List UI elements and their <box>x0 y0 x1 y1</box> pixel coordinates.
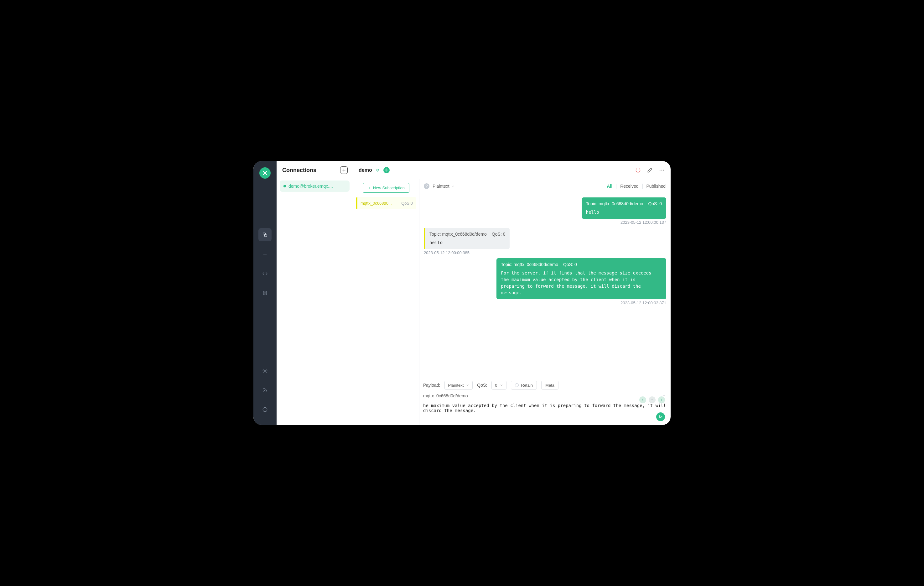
message-row: Topic: mqttx_0c668d0d/demoQoS: 0hello202… <box>424 228 666 255</box>
chevron-down-icon <box>466 384 469 387</box>
qos-label: QoS: <box>477 382 487 387</box>
tab-published[interactable]: Published <box>646 184 667 189</box>
message-payload: For the server, if it finds that the mes… <box>501 270 662 296</box>
tab-received[interactable]: Received <box>620 184 639 189</box>
message-timestamp: 2023-05-12 12:00:00:385 <box>424 250 470 255</box>
payload-format-select[interactable]: Plaintext <box>432 184 454 189</box>
message-bubble[interactable]: Topic: mqttx_0c668d0d/demoQoS: 0hello <box>582 197 666 219</box>
arrow-right-icon <box>660 398 663 402</box>
pager-controls <box>639 396 665 403</box>
message-topic: Topic: mqttx_0c668d0d/demo <box>501 262 558 268</box>
new-subscription-button[interactable]: New Subscription <box>363 183 409 193</box>
message-filter-bar: ? Plaintext All Received Published <box>419 179 671 193</box>
composer-format-select[interactable]: Plaintext <box>444 381 473 389</box>
subscriptions-panel: New Subscription mqttx_0c668d0... QoS 0 <box>353 179 419 425</box>
message-pane: ? Plaintext All Received Published Topic… <box>419 179 671 425</box>
message-list[interactable]: Topic: mqttx_0c668d0d/demoQoS: 0hello202… <box>419 193 671 378</box>
composer-qos-select[interactable]: 0 <box>492 381 506 389</box>
nav-log[interactable] <box>258 286 272 300</box>
collapse-subscriptions[interactable] <box>375 168 380 173</box>
subscription-count-badge: 3 <box>383 167 389 173</box>
svg-point-8 <box>663 169 664 171</box>
subscription-qos: QoS 0 <box>401 201 413 205</box>
connection-name: demo@broker.emqx.... <box>289 184 333 189</box>
page-indicator[interactable] <box>648 396 655 403</box>
dots-icon <box>659 167 665 173</box>
message-qos: QoS: 0 <box>492 231 505 238</box>
message-timestamp: 2023-05-12 12:00:03:871 <box>620 301 666 305</box>
send-icon <box>658 415 663 419</box>
nav-connections[interactable] <box>258 228 272 241</box>
svg-point-4 <box>263 391 264 392</box>
message-meta: Topic: mqttx_0c668d0d/demoQoS: 0 <box>501 262 662 268</box>
connection-item[interactable]: demo@broker.emqx.... <box>280 180 350 192</box>
send-button[interactable] <box>656 412 665 421</box>
double-chevron-down-icon <box>375 168 380 173</box>
svg-point-7 <box>662 169 662 171</box>
connection-topbar: demo 3 <box>353 161 671 179</box>
retain-toggle[interactable]: Retain <box>511 381 537 389</box>
svg-point-6 <box>660 169 661 171</box>
meta-button[interactable]: Meta <box>541 381 558 389</box>
message-qos: QoS: 0 <box>648 200 662 207</box>
disconnect-button[interactable] <box>635 167 641 173</box>
connections-header: Connections <box>277 161 353 179</box>
message-timestamp: 2023-05-12 12:00:00:137 <box>620 220 666 225</box>
pencil-icon <box>647 167 653 173</box>
info-icon <box>262 407 268 412</box>
nav-scripts[interactable] <box>258 267 272 280</box>
message-topic: Topic: mqttx_0c668d0d/demo <box>586 200 644 207</box>
message-payload: hello <box>586 209 662 215</box>
log-icon <box>262 290 268 296</box>
connection-title: demo <box>359 167 372 173</box>
payload-format-label: Plaintext <box>432 184 449 189</box>
message-meta: Topic: mqttx_0c668d0d/demoQoS: 0 <box>586 200 662 207</box>
subscription-topic: mqttx_0c668d0... <box>361 201 392 205</box>
nav-updates[interactable] <box>258 384 272 397</box>
message-qos: QoS: 0 <box>563 262 577 268</box>
new-subscription-label: New Subscription <box>373 185 405 190</box>
feed-icon <box>262 387 268 393</box>
svg-point-3 <box>264 370 266 372</box>
main-panel: demo 3 <box>353 161 671 425</box>
gear-icon <box>262 368 268 374</box>
message-row: Topic: mqttx_0c668d0d/demoQoS: 0hello202… <box>424 197 666 225</box>
add-connection-button[interactable] <box>340 166 348 174</box>
status-dot-icon <box>284 185 286 187</box>
app-window: Connections demo@broker.emqx.... demo <box>253 161 671 425</box>
message-bubble[interactable]: Topic: mqttx_0c668d0d/demoQoS: 0hello <box>424 228 510 249</box>
subscription-item[interactable]: mqttx_0c668d0... QoS 0 <box>356 197 416 209</box>
connections-title: Connections <box>282 167 316 174</box>
radio-icon <box>515 383 519 387</box>
message-meta: Topic: mqttx_0c668d0d/demoQoS: 0 <box>429 231 505 238</box>
power-icon <box>635 167 641 173</box>
plus-icon <box>262 251 268 257</box>
edit-connection-button[interactable] <box>647 167 653 173</box>
message-payload: hello <box>429 239 505 246</box>
connections-panel: Connections demo@broker.emqx.... <box>277 161 353 425</box>
connections-icon <box>262 232 268 238</box>
message-topic: Topic: mqttx_0c668d0d/demo <box>429 231 487 238</box>
tab-all[interactable]: All <box>606 184 613 189</box>
svg-rect-1 <box>265 234 267 237</box>
composer-payload-input[interactable] <box>423 401 667 420</box>
logo-icon <box>262 170 268 176</box>
chevron-down-icon <box>500 384 503 387</box>
more-actions-button[interactable] <box>659 167 665 173</box>
nav-info[interactable] <box>258 403 272 416</box>
plus-icon <box>342 168 346 172</box>
payload-label: Payload: <box>423 382 440 387</box>
nav-settings[interactable] <box>258 364 272 377</box>
nav-new[interactable] <box>258 248 272 261</box>
nav-rail <box>253 161 277 425</box>
arrow-left-icon <box>641 398 645 402</box>
help-button[interactable]: ? <box>424 183 429 189</box>
message-row: Topic: mqttx_0c668d0d/demoQoS: 0For the … <box>424 258 666 305</box>
message-bubble[interactable]: Topic: mqttx_0c668d0d/demoQoS: 0For the … <box>497 258 666 299</box>
svg-rect-0 <box>263 233 266 235</box>
page-prev-button[interactable] <box>639 396 646 403</box>
app-logo <box>259 167 271 179</box>
composer-topic-input[interactable] <box>423 392 661 399</box>
dash-icon <box>650 398 654 402</box>
page-next-button[interactable] <box>658 396 665 403</box>
